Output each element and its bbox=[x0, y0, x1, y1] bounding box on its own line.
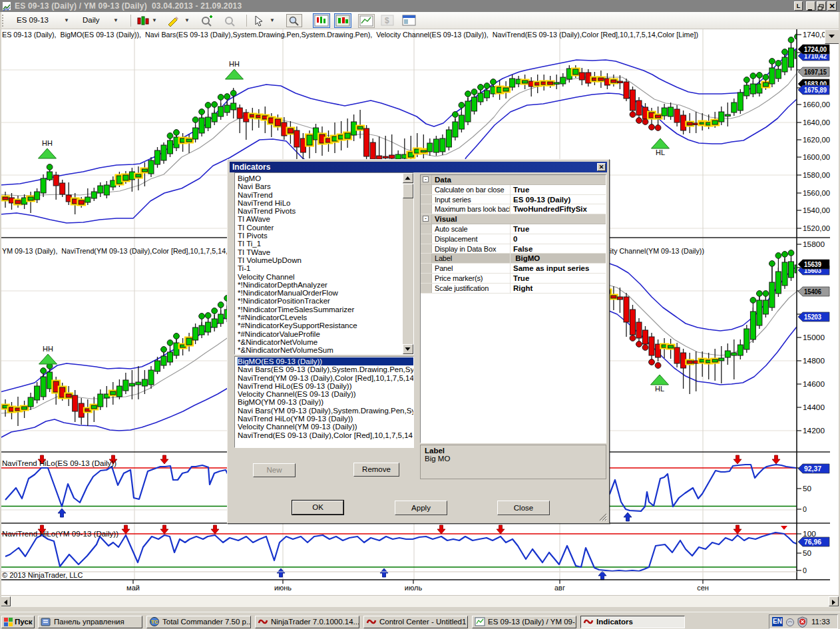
svg-text:92,37: 92,37 bbox=[804, 465, 821, 473]
svg-text:HL: HL bbox=[656, 148, 665, 156]
svg-text:1620,00: 1620,00 bbox=[803, 136, 830, 144]
svg-text:14200: 14200 bbox=[803, 427, 825, 435]
svg-text:1580,00: 1580,00 bbox=[803, 171, 830, 179]
svg-text:июнь: июнь bbox=[274, 584, 292, 592]
svg-text:NaviTrend HiLo(ES 09-13 (Daily: NaviTrend HiLo(ES 09-13 (Daily)) bbox=[2, 459, 116, 467]
svg-text:HH: HH bbox=[42, 139, 53, 147]
svg-text:июль: июль bbox=[405, 584, 423, 592]
svg-text:NaviTrend HiLo(YM 09-13 (Daily: NaviTrend HiLo(YM 09-13 (Daily)) bbox=[2, 530, 118, 538]
svg-text:50: 50 bbox=[803, 549, 811, 557]
svg-text:14800: 14800 bbox=[803, 357, 825, 365]
svg-text:1640,00: 1640,00 bbox=[803, 118, 830, 126]
svg-text:0: 0 bbox=[803, 505, 807, 513]
svg-text:1560,00: 1560,00 bbox=[803, 189, 830, 197]
svg-text:0: 0 bbox=[803, 566, 807, 574]
svg-text:15639: 15639 bbox=[804, 260, 821, 268]
svg-text:сен: сен bbox=[697, 584, 709, 592]
svg-text:15000: 15000 bbox=[803, 333, 825, 341]
svg-text:авг: авг bbox=[554, 584, 565, 592]
svg-text:1660,00: 1660,00 bbox=[803, 101, 830, 108]
svg-text:1675,89: 1675,89 bbox=[804, 86, 827, 94]
svg-text:15406: 15406 bbox=[804, 288, 821, 296]
svg-text:$: $ bbox=[385, 16, 389, 25]
svg-text:15203: 15203 bbox=[804, 313, 821, 321]
svg-text:15800: 15800 bbox=[803, 240, 825, 248]
svg-text:100: 100 bbox=[803, 530, 816, 538]
svg-text:© 2013 NinjaTrader, LLC: © 2013 NinjaTrader, LLC bbox=[2, 571, 83, 579]
svg-text:14600: 14600 bbox=[803, 380, 825, 388]
svg-text:ES 09-13 (Daily), BigMO(ES 09: ES 09-13 (Daily), BigMO(ES 09-13 (Daily)… bbox=[2, 31, 698, 39]
svg-text:1724,00: 1724,00 bbox=[804, 45, 827, 53]
svg-text:HL: HL bbox=[655, 385, 664, 393]
svg-text:TC: TC bbox=[151, 619, 158, 625]
svg-text:1697,15: 1697,15 bbox=[804, 68, 827, 76]
svg-text:14400: 14400 bbox=[803, 403, 825, 411]
svg-text:май: май bbox=[126, 584, 140, 592]
svg-text:1520,00: 1520,00 bbox=[803, 224, 830, 232]
svg-text:76,96: 76,96 bbox=[804, 538, 821, 546]
svg-text:1600,00: 1600,00 bbox=[803, 153, 830, 161]
svg-text:50: 50 bbox=[803, 485, 811, 493]
svg-text:HH: HH bbox=[43, 345, 53, 353]
svg-text:HH: HH bbox=[229, 60, 240, 68]
svg-text:1540,00: 1540,00 bbox=[803, 206, 830, 214]
